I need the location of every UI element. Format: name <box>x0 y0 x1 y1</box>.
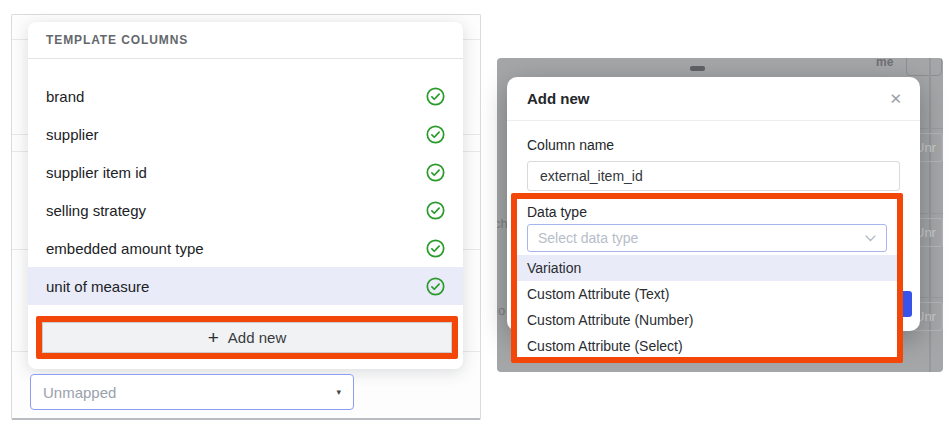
dropdown-option-variation[interactable]: Variation <box>517 255 897 281</box>
dropdown-option-custom-attribute-number[interactable]: Custom Attribute (Number) <box>517 307 897 333</box>
column-name-label: Column name <box>527 137 900 153</box>
data-type-label: Data type <box>527 204 897 220</box>
add-new-label: Add new <box>228 329 286 346</box>
annotation-rectangle-data-type: Data type Select data type Variation Cus… <box>511 193 903 363</box>
dropdown-option-custom-attribute-text[interactable]: Custom Attribute (Text) <box>517 281 897 307</box>
list-item-label: brand <box>46 88 84 105</box>
data-type-options-list: Variation Custom Attribute (Text) Custom… <box>517 255 897 359</box>
data-type-select[interactable]: Select data type <box>527 224 887 252</box>
popover-header: TEMPLATE COLUMNS <box>28 22 463 59</box>
list-item-selling-strategy[interactable]: selling strategy <box>28 191 463 229</box>
check-circle-icon <box>426 277 445 296</box>
list-item-label: selling strategy <box>46 202 146 219</box>
close-icon[interactable]: ✕ <box>889 91 902 106</box>
popover-title: TEMPLATE COLUMNS <box>46 33 188 47</box>
list-item-brand[interactable]: brand <box>28 77 463 115</box>
background-text-fragment: me <box>876 58 893 69</box>
list-item-embedded-amount-type[interactable]: embedded amount type <box>28 229 463 267</box>
annotation-rectangle-add-new: + Add new <box>36 316 458 359</box>
list-item-label: embedded amount type <box>46 240 204 257</box>
check-circle-icon <box>426 239 445 258</box>
list-item-unit-of-measure[interactable]: unit of measure <box>28 267 463 305</box>
check-circle-icon <box>426 87 445 106</box>
list-item-label: supplier <box>46 126 99 143</box>
dropdown-option-custom-attribute-select[interactable]: Custom Attribute (Select) <box>517 333 897 359</box>
modal-title: Add new <box>527 90 590 107</box>
list-item-label: unit of measure <box>46 278 149 295</box>
data-type-placeholder: Select data type <box>538 230 638 246</box>
background-text-fragment: lo <box>497 303 505 318</box>
chevron-down-icon <box>865 235 876 242</box>
check-circle-icon <box>426 163 445 182</box>
dropdown-arrow-icon: ▾ <box>336 387 341 397</box>
modal-header: Add new ✕ <box>507 77 920 121</box>
list-item-supplier-item-id[interactable]: supplier item id <box>28 153 463 191</box>
background-fragment-box <box>906 58 942 76</box>
add-new-button[interactable]: + Add new <box>42 322 452 353</box>
plus-icon: + <box>208 328 219 347</box>
list-item-supplier[interactable]: supplier <box>28 115 463 153</box>
check-circle-icon <box>426 201 445 220</box>
check-circle-icon <box>426 125 445 144</box>
background-fragment-icon <box>690 66 705 71</box>
template-columns-list: brand supplier supplier item id selling … <box>28 59 463 305</box>
unmapped-dropdown[interactable]: Unmapped ▾ <box>30 374 354 410</box>
unmapped-dropdown-value: Unmapped <box>43 384 116 401</box>
list-item-label: supplier item id <box>46 164 147 181</box>
column-name-input[interactable] <box>527 161 900 191</box>
screenshot-root: TEMPLATE COLUMNS brand supplier supplier… <box>0 0 951 435</box>
